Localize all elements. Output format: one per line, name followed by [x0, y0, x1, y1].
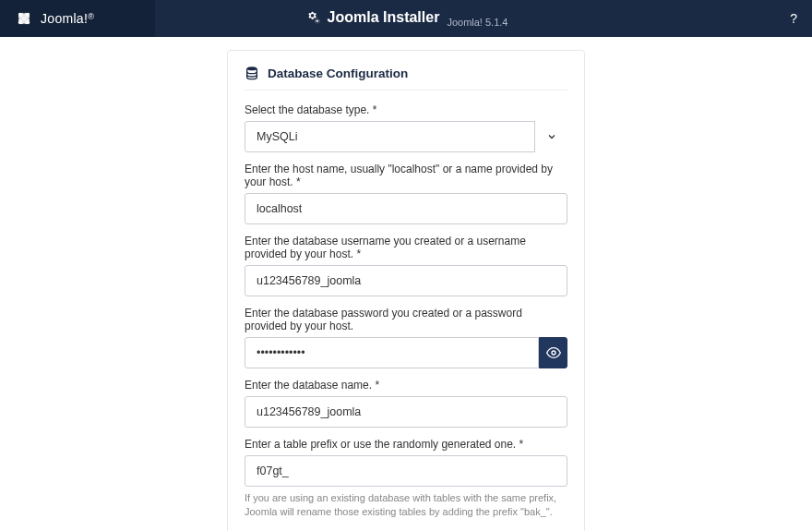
eye-icon	[546, 345, 561, 360]
prefix-label: Enter a table prefix or use the randomly…	[245, 438, 567, 451]
page-title: Joomla Installer	[328, 9, 440, 26]
svg-point-4	[316, 19, 318, 22]
brand-area[interactable]: Joomla!®	[0, 0, 155, 37]
card-title: Database Configuration	[268, 66, 408, 80]
username-input[interactable]	[245, 265, 567, 296]
dbname-label: Enter the database name. *	[245, 379, 567, 392]
username-label: Enter the database username you created …	[245, 235, 567, 260]
prefix-hint: If you are using an existing database wi…	[245, 491, 567, 520]
database-icon	[245, 66, 259, 80]
page-title-area: Joomla Installer Joomla! 5.1.4	[304, 9, 508, 28]
host-input[interactable]	[245, 193, 567, 224]
dbtype-value[interactable]	[245, 121, 567, 152]
config-card: Database Configuration Select the databa…	[227, 50, 585, 531]
dbname-input[interactable]	[245, 396, 567, 428]
help-button[interactable]: ?	[790, 11, 797, 26]
dbtype-label: Select the database type. *	[245, 103, 567, 116]
host-label: Enter the host name, usually "localhost"…	[245, 163, 567, 188]
dbtype-select[interactable]	[245, 121, 567, 152]
top-bar: Joomla!® Joomla Installer Joomla! 5.1.4 …	[0, 0, 812, 37]
card-header: Database Configuration	[245, 66, 567, 91]
prefix-input[interactable]	[245, 455, 567, 487]
password-input[interactable]	[245, 337, 539, 368]
joomla-logo-icon	[15, 9, 33, 28]
password-label: Enter the database password you created …	[245, 307, 567, 332]
gears-icon	[304, 9, 321, 26]
version-text: Joomla! 5.1.4	[447, 17, 508, 28]
svg-point-6	[552, 351, 555, 355]
svg-point-5	[247, 66, 257, 70]
password-toggle-button[interactable]	[539, 337, 567, 368]
brand-text: Joomla!®	[41, 11, 94, 26]
